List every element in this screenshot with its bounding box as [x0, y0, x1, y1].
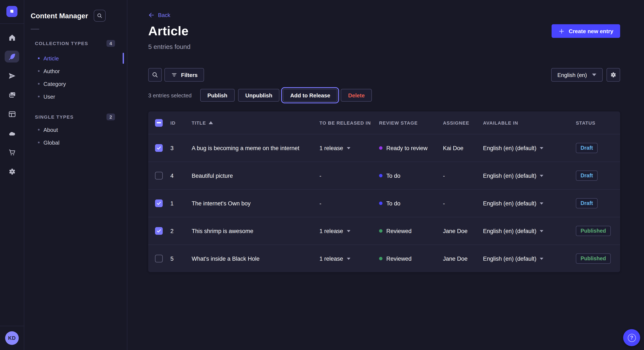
nav-content-manager[interactable]: [5, 51, 19, 62]
selection-summary: 3 entries selected: [148, 92, 192, 98]
single-types-list: About Global: [25, 123, 127, 149]
content-manager-sidebar: Content Manager COLLECTION TYPES 4 Artic…: [25, 0, 127, 350]
table-row[interactable]: 1 The internet's Own boy - To do - Engli…: [148, 189, 620, 217]
cell-review-stage: To do: [379, 200, 443, 206]
nav-marketplace[interactable]: [5, 146, 19, 158]
select-all-checkbox[interactable]: [155, 119, 163, 127]
cell-available-in[interactable]: English (en) (default): [483, 255, 576, 262]
chevron-down-icon: [540, 175, 544, 177]
sidebar-item-article[interactable]: Article: [25, 52, 127, 65]
paper-plane-icon: [8, 72, 16, 80]
single-types-count-badge: 2: [106, 114, 115, 120]
locale-value: English (en): [557, 72, 587, 78]
rail-user-divider: [0, 326, 24, 326]
chevron-down-icon: [346, 147, 350, 149]
check-icon: [156, 146, 162, 151]
help-button[interactable]: ?: [623, 329, 640, 346]
table-row[interactable]: 5 What's inside a Black Hole 1 release R…: [148, 245, 620, 272]
rail-divider: [0, 23, 24, 24]
cell-available-in[interactable]: English (en) (default): [483, 173, 576, 179]
table-row[interactable]: 2 This shrimp is awesome 1 release Revie…: [148, 217, 620, 245]
chevron-down-icon: [346, 230, 350, 232]
chevron-down-icon: [346, 257, 350, 260]
delete-button[interactable]: Delete: [341, 89, 372, 102]
sort-ascending-icon[interactable]: [208, 121, 213, 124]
strapi-logo[interactable]: [6, 6, 18, 17]
cell-assignee: Jane Doe: [443, 228, 483, 234]
sidebar-item-about[interactable]: About: [25, 123, 127, 136]
search-button[interactable]: [148, 68, 162, 82]
cell-review-stage: Ready to review: [379, 145, 443, 151]
feather-icon: [8, 52, 16, 61]
row-checkbox[interactable]: [155, 255, 163, 262]
cell-to-be-released-in[interactable]: 1 release: [320, 228, 379, 234]
search-icon: [97, 13, 103, 19]
status-badge: Draft: [576, 143, 598, 153]
cell-available-in[interactable]: English (en) (default): [483, 228, 576, 234]
cell-id: 4: [170, 173, 192, 179]
subnav-search-button[interactable]: [94, 10, 106, 22]
collection-types-count-badge: 4: [106, 40, 115, 47]
cell-to-be-released-in[interactable]: 1 release: [320, 255, 379, 262]
cell-available-in[interactable]: English (en) (default): [483, 145, 576, 151]
col-header-available-in[interactable]: AVAILABLE IN: [483, 120, 576, 125]
row-checkbox[interactable]: [155, 144, 163, 152]
col-header-assignee[interactable]: ASSIGNEE: [443, 120, 483, 125]
back-link[interactable]: Back: [148, 12, 170, 18]
toolbar: Filters English (en): [148, 68, 620, 82]
cell-assignee: -: [443, 173, 483, 179]
col-header-review-stage[interactable]: REVIEW STAGE: [379, 120, 443, 125]
create-new-entry-button[interactable]: Create new entry: [552, 24, 620, 38]
filter-lines-icon: [171, 71, 178, 78]
nav-releases[interactable]: [5, 70, 19, 82]
nav-home[interactable]: [5, 31, 19, 43]
stage-dot: [379, 146, 382, 150]
nav-rail: KD: [0, 0, 24, 350]
status-badge: Published: [576, 226, 610, 236]
cell-id: 3: [170, 145, 192, 151]
status-badge: Draft: [576, 171, 598, 181]
nav-settings[interactable]: [5, 166, 19, 177]
nav-deploy[interactable]: [5, 127, 19, 139]
sidebar-item-category[interactable]: Category: [25, 77, 127, 90]
unpublish-button[interactable]: Unpublish: [238, 89, 280, 102]
stage-dot: [379, 229, 382, 233]
home-icon: [8, 33, 16, 41]
section-collection-types: COLLECTION TYPES 4: [25, 39, 127, 48]
view-settings-button[interactable]: [606, 68, 620, 82]
col-header-id[interactable]: ID: [170, 120, 192, 125]
cell-to-be-released-in[interactable]: 1 release: [320, 145, 379, 151]
locale-select[interactable]: English (en): [551, 68, 603, 82]
nav-content-type-builder[interactable]: [5, 108, 19, 120]
publish-button[interactable]: Publish: [200, 89, 235, 102]
cell-assignee: Kai Doe: [443, 145, 483, 151]
table-row[interactable]: 4 Beautiful picture - To do - English (e…: [148, 162, 620, 189]
row-checkbox[interactable]: [155, 227, 163, 235]
section-single-types: SINGLE TYPES 2: [25, 113, 127, 121]
create-new-entry-label: Create new entry: [568, 28, 613, 34]
selection-actions-row: 3 entries selected Publish Unpublish Add…: [148, 89, 620, 102]
col-header-title[interactable]: TITLE: [192, 120, 320, 125]
add-to-release-button[interactable]: Add to Release: [283, 89, 338, 102]
sidebar-item-user[interactable]: User: [25, 90, 127, 103]
user-avatar[interactable]: KD: [5, 331, 19, 345]
check-icon: [156, 201, 162, 206]
sidebar-item-author[interactable]: Author: [25, 65, 127, 77]
cell-title: A bug is becoming a meme on the internet: [192, 145, 320, 151]
cell-available-in[interactable]: English (en) (default): [483, 200, 576, 206]
nav-media-library[interactable]: [5, 89, 19, 101]
col-header-status[interactable]: STATUS: [576, 120, 620, 125]
row-checkbox[interactable]: [155, 199, 163, 207]
sidebar-item-global[interactable]: Global: [25, 136, 127, 149]
chevron-down-icon: [540, 147, 544, 149]
filters-button[interactable]: Filters: [164, 68, 204, 82]
cell-title: Beautiful picture: [192, 173, 320, 179]
stage-dot: [379, 174, 382, 177]
row-checkbox[interactable]: [155, 172, 163, 179]
app-window: KD Content Manager COLLECTION TYPES 4 Ar…: [0, 0, 644, 350]
toolbar-right: English (en): [551, 68, 620, 82]
col-header-released[interactable]: TO BE RELEASED IN: [320, 120, 379, 125]
back-label: Back: [158, 12, 170, 18]
table-row[interactable]: 3 A bug is becoming a meme on the intern…: [148, 134, 620, 162]
cloud-icon: [8, 129, 16, 137]
